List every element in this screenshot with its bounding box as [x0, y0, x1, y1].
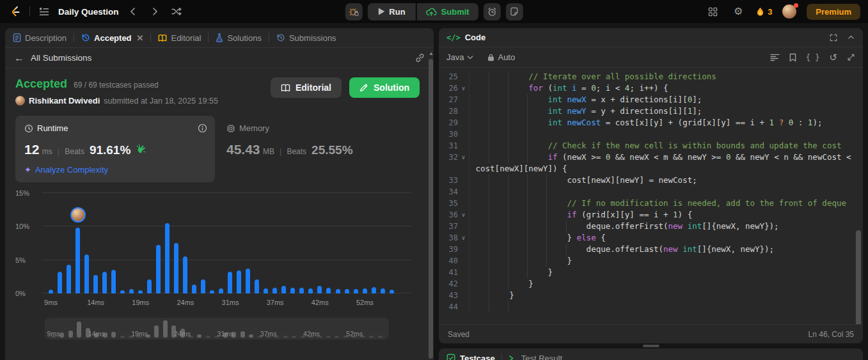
- code-editor[interactable]: 25// Iterate over all possible direction…: [439, 68, 863, 324]
- code-line[interactable]: cost[newX][newY]) {: [439, 163, 863, 175]
- problem-list-title[interactable]: Daily Question: [58, 7, 119, 17]
- chart-bar[interactable]: [156, 245, 161, 293]
- code-line[interactable]: 30: [439, 129, 863, 140]
- fold-arrow-icon[interactable]: ∨: [458, 232, 469, 244]
- chart-bar[interactable]: [174, 243, 178, 293]
- code-line[interactable]: 38∨} else {: [439, 232, 863, 244]
- tab-solutions[interactable]: Solutions: [214, 33, 262, 43]
- chart-bar[interactable]: [255, 279, 259, 293]
- tab-testcase[interactable]: Testcase: [446, 354, 495, 360]
- code-line[interactable]: 35// If no modification is needed, add t…: [439, 198, 863, 209]
- memory-card[interactable]: Memory 45.43 MB | Beats 25.55%: [215, 116, 407, 182]
- close-tab-icon[interactable]: ✕: [137, 33, 144, 43]
- scrollbar-thumb[interactable]: [429, 59, 433, 359]
- chart-bar[interactable]: [111, 270, 116, 293]
- chart-bar[interactable]: [102, 272, 107, 293]
- chart-bar[interactable]: [49, 290, 53, 293]
- run-button[interactable]: Run: [367, 3, 415, 20]
- code-line[interactable]: 27int newX = x + directions[i][0];: [439, 94, 863, 106]
- cursor-position[interactable]: Ln 46, Col 35: [809, 330, 854, 339]
- code-line[interactable]: 33cost[newX][newY] = newCost;: [439, 175, 863, 186]
- code-line[interactable]: 39deque.offerLast(new int[]{newX, newY})…: [439, 244, 863, 255]
- scroll-up-arrow[interactable]: ▲: [429, 51, 433, 56]
- premium-button[interactable]: Premium: [807, 4, 860, 20]
- left-panel-scrollbar[interactable]: ▲: [429, 51, 433, 360]
- editor-scrollbar-thumb[interactable]: [856, 230, 861, 324]
- chart-bar[interactable]: [272, 288, 277, 293]
- next-question-icon[interactable]: [147, 4, 162, 19]
- solution-button[interactable]: Solution: [349, 77, 420, 98]
- chart-bar[interactable]: [67, 265, 71, 293]
- autocomplete-toggle[interactable]: Auto: [487, 52, 515, 62]
- problem-list-icon[interactable]: [36, 4, 52, 19]
- code-line[interactable]: 31// Check if the new cell is within bou…: [439, 140, 863, 152]
- code-line[interactable]: 43}: [439, 290, 863, 301]
- chart-bar[interactable]: [299, 288, 304, 293]
- fold-arrow-icon[interactable]: ∨: [458, 152, 469, 163]
- chart-bar[interactable]: [381, 288, 385, 293]
- notes-icon[interactable]: [506, 3, 523, 20]
- chart-bar[interactable]: [326, 288, 331, 293]
- chart-bar[interactable]: [120, 290, 125, 293]
- chart-bar[interactable]: [165, 223, 170, 293]
- chart-bar[interactable]: [290, 288, 295, 293]
- tab-accepted[interactable]: Accepted ✕: [80, 33, 145, 43]
- chart-bar[interactable]: [201, 279, 205, 293]
- user-submission-marker[interactable]: [70, 207, 86, 223]
- settings-gear-icon[interactable]: ⚙: [730, 4, 746, 19]
- code-line[interactable]: 36∨if (grid[x][y] == i + 1) {: [439, 209, 863, 221]
- chart-bar[interactable]: [75, 228, 80, 293]
- chart-bar[interactable]: [237, 270, 241, 293]
- analyze-complexity-link[interactable]: ✦ Analyze Complexity: [24, 165, 206, 175]
- back-arrow-icon[interactable]: ←: [14, 52, 24, 64]
- reset-code-icon[interactable]: ↺: [829, 52, 837, 63]
- author-name[interactable]: Rishikant Dwivedi: [29, 96, 100, 106]
- chart-bar[interactable]: [129, 289, 134, 293]
- chart-bar[interactable]: [183, 256, 187, 293]
- chart-bar[interactable]: [336, 289, 340, 293]
- chart-bar[interactable]: [219, 288, 223, 293]
- user-avatar[interactable]: [782, 4, 796, 19]
- code-line[interactable]: 41}: [439, 267, 863, 278]
- format-code-icon[interactable]: [770, 54, 780, 61]
- chart-bar[interactable]: [210, 290, 214, 293]
- runtime-card[interactable]: Runtime 12 ms | Beats 91.61%: [15, 116, 215, 182]
- chart-brush-selector[interactable]: 9ms14ms19ms24ms31ms37ms42ms52ms: [45, 318, 389, 340]
- chart-bar[interactable]: [372, 287, 376, 294]
- streak-counter[interactable]: 3: [756, 7, 772, 17]
- code-line[interactable]: 42}: [439, 278, 863, 290]
- shuffle-icon[interactable]: [169, 4, 184, 19]
- chart-bar[interactable]: [390, 290, 394, 293]
- chart-bar[interactable]: [363, 288, 367, 293]
- chart-bar[interactable]: [345, 289, 349, 293]
- chart-bar[interactable]: [354, 289, 358, 293]
- chart-bar[interactable]: [308, 288, 313, 293]
- info-icon[interactable]: [198, 123, 207, 133]
- all-submissions-title[interactable]: All Submissions: [31, 53, 91, 63]
- editorial-button[interactable]: Editorial: [271, 77, 342, 98]
- leetcode-logo[interactable]: [8, 4, 23, 19]
- chart-bar[interactable]: [281, 286, 286, 293]
- collapse-panel-icon[interactable]: [847, 33, 855, 42]
- chart-bar[interactable]: [84, 254, 89, 293]
- tab-editorial[interactable]: Editorial: [157, 33, 202, 43]
- tab-test-result[interactable]: Test Result: [509, 354, 562, 360]
- code-line[interactable]: 28int newY = y + directions[i][1];: [439, 106, 863, 117]
- chart-bar[interactable]: [138, 290, 143, 293]
- chart-bar[interactable]: [93, 275, 98, 293]
- submit-button[interactable]: Submit: [417, 3, 478, 20]
- apps-grid-icon[interactable]: [705, 4, 720, 19]
- bookmark-icon[interactable]: [789, 53, 796, 62]
- code-line[interactable]: 44: [439, 301, 863, 313]
- chart-bar[interactable]: [147, 279, 152, 293]
- copy-link-icon[interactable]: [415, 53, 425, 63]
- fullscreen-icon[interactable]: [829, 33, 838, 42]
- code-line[interactable]: 34: [439, 186, 863, 198]
- chart-bar[interactable]: [264, 288, 268, 293]
- braces-icon[interactable]: { }: [806, 53, 820, 62]
- code-line[interactable]: 25// Iterate over all possible direction…: [439, 71, 863, 82]
- language-selector[interactable]: Java: [446, 52, 473, 62]
- code-line[interactable]: 40}: [439, 255, 863, 267]
- chart-bar[interactable]: [317, 286, 322, 293]
- code-line[interactable]: 32∨if (newX >= 0 && newX < m && newY >= …: [439, 152, 863, 163]
